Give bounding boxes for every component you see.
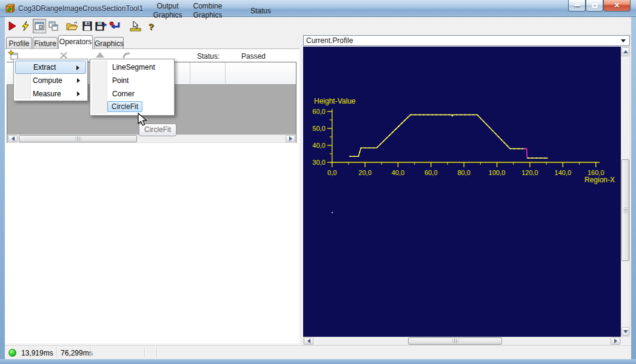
scroll-down-icon: [623, 330, 628, 333]
scroll-left-button[interactable]: [8, 135, 18, 142]
float-window-icon: [49, 21, 58, 31]
tab-operators[interactable]: Operators: [58, 35, 93, 49]
hscroll-thumb[interactable]: [408, 337, 502, 345]
column-divider: [190, 62, 190, 85]
lightning-icon: [21, 21, 30, 31]
menu-item-label: Extract: [33, 63, 56, 71]
scroll-up-icon: [623, 50, 628, 53]
scroll-left-button[interactable]: [304, 337, 313, 345]
svg-text:30,0: 30,0: [312, 159, 325, 166]
save-as-icon: [95, 21, 107, 31]
scroll-right-button[interactable]: [286, 135, 295, 142]
app-icon: [5, 4, 15, 13]
run-status-led: [8, 349, 16, 357]
menu-item-label: CircleFit: [112, 102, 138, 111]
window-title: Cog3DRangeImageCrossSectionTool1: [18, 4, 143, 13]
dropdown-button[interactable]: [618, 37, 628, 44]
save-icon: [82, 21, 92, 31]
svg-text:50,0: 50,0: [312, 125, 325, 132]
menu-item-corner[interactable]: Corner: [92, 87, 173, 101]
profile-plot: 30,040,050,060,00,020,040,060,080,0100,0…: [303, 47, 621, 337]
tab-graphics[interactable]: Graphics: [94, 37, 124, 49]
vscroll-thumb[interactable]: [621, 159, 629, 261]
scroll-up-button[interactable]: [621, 47, 629, 56]
scroll-right-button[interactable]: [611, 337, 620, 345]
minimize-button[interactable]: [568, 0, 586, 12]
menu-item-label: Compute: [33, 76, 62, 85]
help-icon: ?: [148, 21, 153, 31]
svg-text:40,0: 40,0: [392, 169, 404, 176]
submenu-arrow-icon: [76, 65, 79, 70]
column-divider: [225, 62, 226, 85]
svg-text:0,0: 0,0: [327, 169, 336, 176]
statusbar-divider: [156, 347, 157, 358]
status-value: Passed: [241, 52, 266, 61]
tab-fixture[interactable]: Fixture: [33, 37, 58, 49]
menu-item-label: LineSegment: [112, 63, 155, 71]
show-results-toggle-button[interactable]: [33, 19, 46, 33]
move-up-button[interactable]: [96, 52, 104, 58]
svg-text:120,0: 120,0: [521, 169, 538, 176]
run-button[interactable]: [5, 19, 19, 33]
run-icon: [7, 21, 17, 31]
scroll-right-icon: [614, 339, 617, 343]
save-as-button[interactable]: [95, 19, 108, 33]
help-button[interactable]: ?: [144, 19, 158, 33]
window-border-left: [0, 17, 5, 364]
scroll-right-icon: [289, 136, 292, 141]
column-header-status[interactable]: Status: [226, 2, 296, 16]
pointer-ruler-icon: [129, 21, 142, 31]
extract-submenu: LineSegment Point Corner CircleFit: [90, 59, 175, 116]
titlebar[interactable]: Cog3DRangeImageCrossSectionTool1 ✕: [0, 0, 636, 17]
open-button[interactable]: [65, 19, 79, 33]
statusbar: 13,919ms 76,299ms: [5, 345, 631, 359]
save-button[interactable]: [81, 19, 94, 33]
delete-operator-icon: [60, 52, 67, 59]
more-icon: [122, 52, 131, 59]
scroll-left-icon: [307, 339, 310, 343]
scroll-down-button[interactable]: [621, 327, 629, 336]
statusbar-time-2: 76,299ms: [61, 349, 93, 357]
column-header-output-graphics[interactable]: Output Graphics: [146, 2, 190, 20]
svg-text:140,0: 140,0: [555, 169, 572, 176]
svg-text:40,0: 40,0: [312, 142, 325, 149]
grip-icon: [623, 208, 628, 213]
reset-arrow-icon: [109, 21, 121, 31]
statusbar-divider: [90, 347, 91, 358]
add-operator-menu: Extract Compute Measure: [13, 59, 88, 101]
menu-item-circlefit[interactable]: CircleFit: [107, 101, 142, 112]
menu-item-measure[interactable]: Measure: [15, 87, 86, 101]
profile-selector[interactable]: Current.Profile: [303, 35, 630, 46]
menu-item-label: Measure: [33, 90, 61, 98]
close-button[interactable]: ✕: [603, 0, 631, 12]
menu-item-extract[interactable]: Extract: [15, 61, 86, 74]
statusbar-time-1: 13,919ms: [21, 349, 53, 357]
svg-text:100,0: 100,0: [489, 169, 506, 176]
window-border-bottom: [0, 359, 636, 364]
menu-item-label: Corner: [112, 90, 135, 98]
menu-item-linesegment[interactable]: LineSegment: [92, 61, 173, 74]
run-once-button[interactable]: [19, 19, 32, 33]
menu-item-compute[interactable]: Compute: [15, 74, 86, 87]
hscroll-thumb[interactable]: [19, 135, 137, 142]
svg-text:Region-X: Region-X: [584, 176, 615, 184]
menu-item-label: Point: [112, 76, 129, 85]
stray-dot: [332, 212, 333, 213]
maximize-icon: [592, 3, 597, 8]
results-window-icon: [35, 22, 44, 30]
float-results-button[interactable]: [47, 19, 60, 33]
profile-vscrollbar[interactable]: [621, 47, 630, 337]
column-header-combine-graphics[interactable]: Combine Graphics: [190, 2, 225, 20]
minimize-icon: [574, 5, 580, 7]
maximize-button[interactable]: [586, 0, 603, 12]
electrode-button[interactable]: [129, 19, 142, 33]
svg-text:80,0: 80,0: [458, 169, 470, 176]
mouse-cursor-icon: [137, 113, 148, 127]
profile-hscrollbar[interactable]: [303, 337, 621, 345]
tab-profile[interactable]: Profile: [6, 37, 32, 49]
svg-text:60,0: 60,0: [312, 108, 325, 115]
reset-button[interactable]: [109, 19, 122, 33]
chevron-down-icon: [621, 39, 626, 42]
menu-item-point[interactable]: Point: [92, 74, 173, 87]
move-up-icon: [96, 52, 104, 58]
